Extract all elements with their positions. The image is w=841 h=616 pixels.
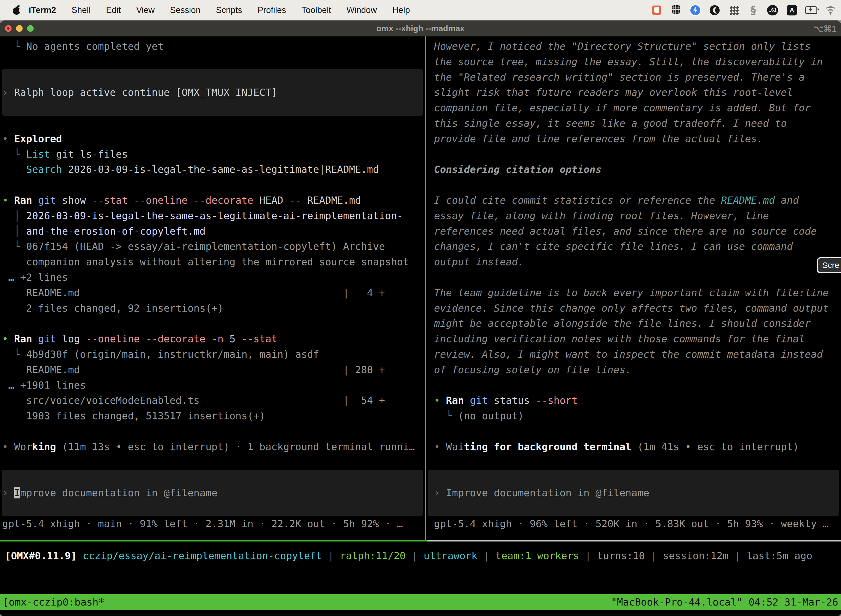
menu-item-scripts[interactable]: Scripts xyxy=(208,5,250,15)
window-shortcut-hint: ⌥⌘1 xyxy=(813,24,837,34)
screenshot-overlay[interactable]: Scre xyxy=(817,257,841,273)
pane-bottom-border xyxy=(428,540,841,541)
moon-circle-icon[interactable] xyxy=(709,4,721,16)
terminal-line xyxy=(434,501,841,516)
terminal-line xyxy=(2,470,424,485)
menu-item-shell[interactable]: Shell xyxy=(64,5,98,15)
terminal-line: README.md | 4 + xyxy=(2,285,424,301)
terminal-line: └ No agents completed yet xyxy=(2,39,424,54)
terminal-line: companion file, especially if more comme… xyxy=(434,100,841,116)
terminal-line: └ 067f154 (HEAD -> essay/ai-reimplementa… xyxy=(2,239,424,254)
left-pane: └ No agents completed yet› Ralph loop ac… xyxy=(2,39,424,532)
terminal-line: └ List git ls-files xyxy=(2,147,424,162)
terminal-line: … +2 lines xyxy=(2,270,424,285)
terminal-line: output instead. xyxy=(434,254,841,270)
menu-item-toolbelt[interactable]: Toolbelt xyxy=(294,5,339,15)
terminal-line: └ (no output) xyxy=(434,408,841,424)
menu-bar: iTerm2ShellEditViewSessionScriptsProfile… xyxy=(0,0,841,21)
terminal-line xyxy=(2,100,424,116)
terminal-line: │ and-the-erosion-of-copyleft.md xyxy=(2,224,424,239)
terminal-line: › Improve documentation in @filename xyxy=(2,485,424,501)
screenshot-overlay-label: Scre xyxy=(822,261,840,270)
terminal-line: references need actual files, and since … xyxy=(434,224,841,239)
iterm-window: omx --xhigh --madmax ⌥⌘1 └ No agents com… xyxy=(0,21,841,616)
menu-bar-status-icons: § ..61 A xyxy=(651,4,837,16)
battery-icon[interactable] xyxy=(805,4,817,16)
zap-icon[interactable] xyxy=(689,4,701,16)
terminal-line: evidence. Since this change only affects… xyxy=(434,301,841,316)
keyboard-a-icon[interactable]: A xyxy=(786,4,798,16)
terminal-line: provide file and line references from th… xyxy=(434,131,841,147)
terminal-line: Considering citation options xyxy=(434,162,841,177)
terminal-line: • Explored xyxy=(2,131,424,147)
terminal-line: However, I noticed the "Directory Struct… xyxy=(434,39,841,54)
terminal-line: this single essay, it seems like a good … xyxy=(434,116,841,131)
terminal-line: Search 2026-03-09-is-legal-the-same-as-l… xyxy=(2,162,424,177)
terminal-line: • Ran git show --stat --oneline --decora… xyxy=(2,193,424,208)
menu-item-session[interactable]: Session xyxy=(162,5,208,15)
terminal-line xyxy=(434,455,841,470)
terminal-line: │ 2026-03-09-is-legal-the-same-as-legiti… xyxy=(2,208,424,224)
close-button[interactable] xyxy=(5,25,12,32)
terminal-line: › Ralph loop active continue [OMX_TMUX_I… xyxy=(2,85,424,100)
squiggle-icon[interactable]: § xyxy=(747,4,759,16)
apple-menu-icon[interactable] xyxy=(13,6,21,15)
terminal-line xyxy=(2,316,424,331)
pane-bottom-border-active xyxy=(0,540,428,541)
terminal-line: • Ran git status --short xyxy=(434,393,841,408)
zoom-button[interactable] xyxy=(27,25,34,32)
shield-icon[interactable] xyxy=(670,4,682,16)
terminal-line: companion analysis without altering the … xyxy=(2,254,424,270)
window-title: omx --xhigh --madmax xyxy=(377,24,464,33)
menu-item-profiles[interactable]: Profiles xyxy=(250,5,294,15)
menu-item-iterm2[interactable]: iTerm2 xyxy=(21,5,64,15)
terminal-line xyxy=(2,177,424,193)
terminal-line xyxy=(434,424,841,439)
terminal-line: essay file, along with finding root file… xyxy=(434,208,841,224)
tmux-session-name: [omx-cczip0:bash* xyxy=(3,596,104,608)
terminal-line: The team guideline is to back every impo… xyxy=(434,285,841,301)
terminal-line xyxy=(434,470,841,485)
terminal-line: slight risk that future readers may over… xyxy=(434,85,841,100)
omx-status-line: [OMX#0.11.9] cczip/essay/ai-reimplementa… xyxy=(5,548,812,563)
traffic-lights xyxy=(5,25,34,32)
minimize-button[interactable] xyxy=(16,25,23,32)
terminal-line xyxy=(2,70,424,85)
chat-icon[interactable] xyxy=(651,4,663,16)
terminal-line xyxy=(2,54,424,70)
terminal-line xyxy=(2,455,424,470)
terminal-line: README.md | 280 + xyxy=(2,362,424,378)
terminal-line: 1903 files changed, 513517 insertions(+) xyxy=(2,408,424,424)
terminal-line: › Improve documentation in @filename xyxy=(434,485,841,501)
terminal-line: might be acceptable alongside the file l… xyxy=(434,316,841,331)
menu-item-view[interactable]: View xyxy=(129,5,163,15)
terminal-line: including verification notes with those … xyxy=(434,331,841,347)
terminal-line xyxy=(2,424,424,439)
badge-61-icon[interactable]: ..61 xyxy=(766,4,779,16)
wifi-icon[interactable] xyxy=(825,4,837,16)
terminal-line: changes, I can't cite specific file line… xyxy=(434,239,841,254)
terminal-line: src/voice/voiceModeEnabled.ts | 54 + xyxy=(2,393,424,408)
terminal-line xyxy=(434,378,841,393)
dots-grid-icon[interactable] xyxy=(728,4,740,16)
pane-divider[interactable] xyxy=(425,37,426,540)
terminal-line: the "Related research writing" section i… xyxy=(434,70,841,85)
title-bar: omx --xhigh --madmax ⌥⌘1 xyxy=(0,21,841,37)
right-pane: However, I noticed the "Directory Struct… xyxy=(426,39,841,532)
terminal-line: of focusing solely on file lines. xyxy=(434,362,841,378)
terminal-line: • Waiting for background terminal (1m 41… xyxy=(434,439,841,455)
terminal-line xyxy=(2,116,424,131)
menu-item-edit[interactable]: Edit xyxy=(98,5,128,15)
terminal-line: gpt-5.4 xhigh · main · 91% left · 2.31M … xyxy=(2,516,424,532)
terminal-line: 2 files changed, 92 insertions(+) xyxy=(2,301,424,316)
terminal-line xyxy=(434,177,841,193)
terminal-line: • Working (11m 13s • esc to interrupt) ·… xyxy=(2,439,424,455)
menu-item-window[interactable]: Window xyxy=(339,5,385,15)
terminal-line: … +1901 lines xyxy=(2,378,424,393)
menu-item-help[interactable]: Help xyxy=(385,5,418,15)
terminal-line xyxy=(2,501,424,516)
tmux-host-clock: "MacBook-Pro-44.local" 04:52 31-Mar-26 xyxy=(611,596,838,608)
terminal-line xyxy=(434,147,841,162)
tmux-status-bar: [omx-cczip0:bash* "MacBook-Pro-44.local"… xyxy=(0,594,841,610)
terminal-line: the source tree, missing the essay. Stil… xyxy=(434,54,841,70)
